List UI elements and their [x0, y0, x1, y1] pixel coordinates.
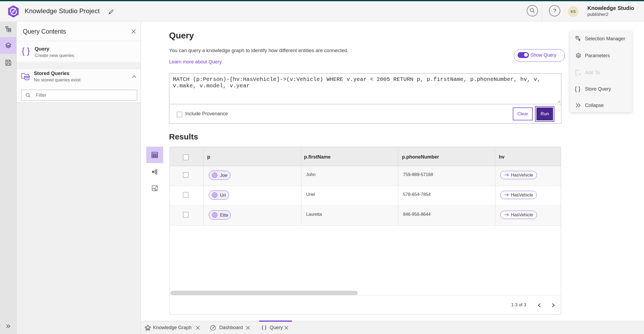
svg-text:?: ?: [553, 8, 556, 14]
